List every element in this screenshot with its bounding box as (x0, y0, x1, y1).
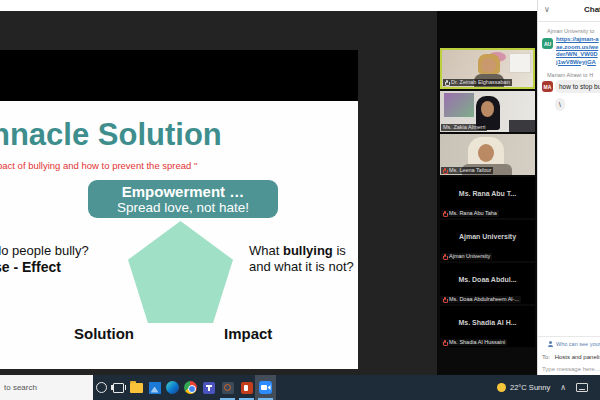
participant-name-tag: Ms. Rana Abu Taha (441, 210, 499, 217)
right-question-line2: and what it is not? (249, 259, 354, 275)
chat-message-sender: Ajman University to (547, 28, 594, 34)
chat-message-bubble: \ (555, 98, 565, 111)
presentation-slide: nnacle Solution pact of bullying and how… (0, 101, 358, 369)
chevron-down-icon[interactable]: ∨ (544, 5, 550, 14)
avatar: MA (542, 81, 553, 92)
divider (538, 21, 600, 22)
pentagon-shape (128, 221, 233, 323)
participant-name-tag: Ms. Doaa Abdulraheem Al-... (441, 296, 521, 303)
solution-label: Solution (74, 325, 134, 342)
system-tray: 22°C Sunny ∧ (497, 375, 600, 400)
slide-subtitle: pact of bullying and how to prevent the … (0, 160, 197, 171)
powerpoint-icon[interactable] (238, 379, 255, 396)
task-view-icon[interactable] (110, 379, 127, 396)
participant-name-tag: Ms. Leena Tafour (441, 167, 493, 174)
participant-face (478, 144, 494, 162)
impact-label: Impact (224, 325, 272, 342)
taskbar-search-input[interactable]: to search (0, 375, 93, 400)
right-question: What bullying is and what it is not? (249, 243, 354, 275)
chat-header: ∨ Chat (538, 0, 600, 21)
whiteboard-decor (509, 53, 531, 73)
weather-widget[interactable]: 22°C Sunny (510, 383, 550, 392)
chat-message-input[interactable]: Type message here... (542, 366, 600, 372)
shared-screen-area: nnacle Solution pact of bullying and how… (0, 11, 437, 375)
video-tile-speaker[interactable]: Dr. Zeinab Elghassaban (440, 48, 535, 89)
muted-mic-icon (443, 211, 447, 217)
muted-mic-icon (443, 340, 447, 346)
chat-panel: ∨ Chat Ajman University to AU https://aj… (537, 0, 600, 375)
divider (538, 336, 600, 337)
slideshow-background: nnacle Solution pact of bullying and how… (0, 50, 358, 343)
participant-name-tag: Ms. Zakia Almerri (441, 124, 487, 131)
left-question: do people bully? se - Effect (0, 243, 89, 275)
participant-face (481, 58, 496, 73)
to-label: To: (542, 354, 550, 360)
chat-message-link[interactable]: https://ajman-a ae.zoom.us/we der/WN_VW0… (556, 36, 599, 66)
participant-name-tag: Ms. Shadia Al Hussaini (441, 339, 507, 346)
audio-tile[interactable]: Ajman University Ajman University (440, 220, 535, 261)
avatar: AU (542, 38, 553, 49)
participant-face (481, 101, 494, 117)
zoom-icon[interactable] (257, 379, 274, 396)
left-question-line2: se - Effect (0, 259, 89, 275)
edge-icon[interactable] (164, 379, 181, 396)
photos-icon[interactable] (146, 379, 163, 396)
wall-art-decor (444, 93, 474, 117)
open-app-cell[interactable] (217, 375, 238, 400)
file-explorer-icon[interactable] (128, 379, 145, 396)
audio-tile[interactable]: Ms. Doaa Abdul... Ms. Doaa Abdulraheem A… (440, 263, 535, 304)
open-app-cell[interactable] (236, 375, 257, 400)
privacy-notice[interactable]: Who can see your me (548, 341, 600, 347)
mic-icon (445, 80, 449, 86)
people-icon (548, 341, 554, 347)
desk-decor (509, 120, 535, 132)
participants-video-panel: Dr. Zeinab Elghassaban Ms. Zakia Almerri… (437, 11, 537, 375)
empowerment-callout: Empowerment … Spread love, not hate! (88, 180, 278, 218)
recipient-dropdown[interactable]: Hosts and panelists ∨ (555, 354, 600, 360)
teams-icon[interactable] (200, 379, 217, 396)
cortana-icon[interactable] (93, 379, 110, 396)
audio-tile[interactable]: Ms. Shadia Al H... Ms. Shadia Al Hussain… (440, 306, 535, 347)
callout-line2: Spread love, not hate! (88, 200, 278, 215)
right-question-line1: What bullying is (249, 243, 354, 259)
touch-keyboard-icon[interactable] (576, 383, 588, 392)
powerpoint-icon[interactable] (219, 379, 236, 396)
left-question-line1: do people bully? (0, 243, 89, 259)
muted-mic-icon (443, 297, 447, 303)
participant-name-tag: Ajman University (441, 253, 492, 260)
chat-message-bubble: how to stop bu (555, 80, 600, 93)
slide-title: nnacle Solution (0, 117, 222, 153)
chat-message-sender: Mariam Alrawi to H (547, 72, 593, 78)
zoom-app-cell-active[interactable] (255, 375, 276, 400)
zoom-meeting-window: nnacle Solution pact of bullying and how… (0, 0, 600, 400)
audio-tile[interactable]: Ms. Rana Abu T... Ms. Rana Abu Taha (440, 177, 535, 218)
muted-mic-icon (443, 168, 447, 174)
video-tile[interactable]: Ms. Leena Tafour (440, 134, 535, 175)
chevron-up-icon[interactable]: ∧ (560, 383, 566, 392)
recipient-row: To: Hosts and panelists ∨ (542, 353, 600, 360)
chat-title: Chat (584, 5, 600, 14)
sun-icon (497, 383, 506, 392)
window-top-strip (0, 0, 600, 11)
callout-line1: Empowerment … (88, 183, 278, 200)
video-tile[interactable]: Ms. Zakia Almerri (440, 91, 535, 132)
muted-mic-icon (443, 254, 447, 260)
windows-taskbar: to search 22°C Sunny ∧ (0, 375, 600, 400)
participant-name-tag: Dr. Zeinab Elghassaban (443, 79, 512, 86)
chrome-icon[interactable] (182, 379, 199, 396)
